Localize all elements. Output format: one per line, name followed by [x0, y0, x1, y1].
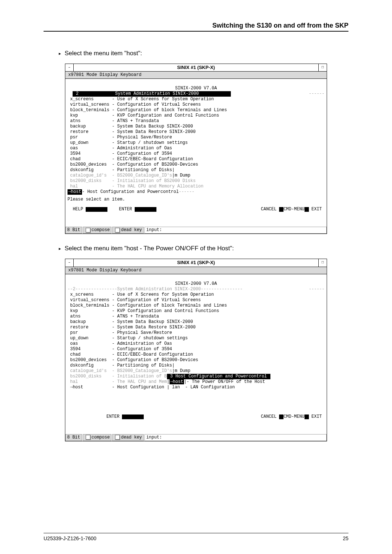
- menu-item[interactable]: chad - ECIC/EBEC-Board Configuration: [68, 352, 324, 357]
- menu-item[interactable]: →host - Host Configuration and Powercont…: [68, 189, 324, 195]
- status-deadkey[interactable]: dead key: [112, 434, 144, 441]
- sinix-window-1: – SINIX #1 (SKP-X) □ x97801 Mode Display…: [65, 64, 327, 234]
- checkbox-icon[interactable]: [115, 435, 120, 440]
- menu-item[interactable]: chad - ECIC/EBEC-Board Configuration: [68, 157, 324, 162]
- menu-item[interactable]: block_terminals - Configuration of block…: [68, 108, 324, 113]
- window-menu-icon[interactable]: –: [65, 259, 74, 266]
- statusbar: 8 Bit compose dead key input:: [65, 434, 327, 441]
- menu-item[interactable]: bs2000_devices - Configuration of BS2000…: [68, 162, 324, 167]
- menu-item[interactable]: bs2000_disks - Initialisation of B 3 Hos…: [68, 374, 324, 379]
- menu-item[interactable]: oas - Administration of Oas: [68, 341, 324, 347]
- sinix-window-2: – SINIX #1 (SKP-X) □ x97801 Mode Display…: [65, 259, 327, 441]
- select-prompt: Please select an item.: [68, 197, 125, 202]
- section-title: Switching the S130 on and off from the S…: [44, 22, 348, 32]
- menu-item[interactable]: backup - System Data Backup SINIX-2000: [68, 319, 324, 325]
- menu-item[interactable]: bs2000_devices - Configuration of BS2000…: [68, 357, 324, 363]
- menu-item[interactable]: up_down - Startup / shutdown settings: [68, 140, 324, 146]
- menu-item[interactable]: restore - System Data Restore SINIX-2000: [68, 325, 324, 330]
- menu-item[interactable]: oas - Administration of Oas: [68, 146, 324, 151]
- menu-item[interactable]: 3594 - Configuration of 3594: [68, 151, 324, 157]
- version-line: SINIX-2000 V7.0A: [68, 281, 324, 287]
- doc-id: U25339-J-Z126-1-7600: [44, 535, 97, 541]
- menu-item[interactable]: virtual_screens - Configuration of Virtu…: [68, 298, 324, 303]
- instruction-2: Select the menu item "host - The Power O…: [58, 245, 348, 252]
- checkbox-icon[interactable]: [86, 435, 90, 440]
- checkbox-icon[interactable]: [115, 228, 120, 232]
- maximize-icon[interactable]: □: [318, 64, 327, 71]
- menu-item[interactable]: →host - Host Configuration | lan - LAN C…: [68, 385, 324, 390]
- menu-item[interactable]: x_screens - Use of X Screens for System …: [68, 97, 324, 102]
- dash-seg: --2----------------: [68, 287, 117, 292]
- help-button[interactable]: HELP: [68, 207, 86, 212]
- checkbox-icon[interactable]: [86, 228, 90, 232]
- enter-button[interactable]: ENTER: [116, 207, 134, 212]
- menu-item[interactable]: backup - System Data Backup SINIX-2000: [68, 124, 324, 129]
- version-line: SINIX-2000 V7.0A: [68, 86, 324, 91]
- cancel-pill: [279, 207, 283, 212]
- status-bit: 8 Bit: [65, 227, 82, 234]
- submenu-item-host[interactable]: →host: [170, 379, 184, 384]
- maximize-icon[interactable]: □: [318, 259, 327, 266]
- help-pill: [86, 207, 107, 212]
- cancel-pill: [279, 415, 283, 419]
- enter-pill: [135, 207, 156, 212]
- menu-item[interactable]: psr - Physical Save/Restore: [68, 135, 324, 140]
- menu-item[interactable]: up_down - Startup / shutdown settings: [68, 336, 324, 341]
- page-number: 25: [343, 535, 348, 541]
- cmd-menu-button[interactable]: CMD-MENU: [283, 414, 305, 420]
- input-field[interactable]: input:: [144, 227, 327, 234]
- menu-item[interactable]: atns - ATNS + Transdata: [68, 314, 324, 319]
- admin-header: 2 System Administration SINIX-2000: [73, 91, 231, 97]
- titlebar: – SINIX #1 (SKP-X) □: [65, 64, 327, 72]
- dash-seg: ----------------: [201, 287, 242, 292]
- cmd-pill: [305, 415, 309, 419]
- statusbar: 8 Bit compose dead key input:: [65, 227, 327, 234]
- menu-item[interactable]: block_terminals - Configuration of block…: [68, 303, 324, 308]
- status-bit: 8 Bit: [65, 434, 82, 441]
- admin-header-faded: System Administration SINIX-2000: [117, 287, 201, 292]
- status-deadkey[interactable]: dead key: [112, 227, 144, 234]
- terminal-area: SINIX-2000 V7.0A--2----------------Syste…: [65, 274, 327, 434]
- enter-pill: [122, 415, 144, 419]
- menu-item[interactable]: psr - Physical Save/Restore: [68, 330, 324, 336]
- menu-item[interactable]: 3594 - Configuration of 3594: [68, 347, 324, 352]
- menu-item[interactable]: bs2000_disks - Initialisation of BS2000 …: [68, 178, 324, 184]
- dash-seg: ------: [309, 91, 324, 97]
- menu-item[interactable]: dskconfig - Partitioning of Disks |: [68, 363, 324, 368]
- menu-item[interactable]: x_screens - Use of X Screens for System …: [68, 292, 324, 298]
- menu-item[interactable]: virtual_screens - Configuration of Virtu…: [68, 102, 324, 108]
- menu-item-host[interactable]: →host: [68, 189, 82, 195]
- menu-item[interactable]: hal - The HAL CPU and Mem|→host|- The Po…: [68, 379, 324, 385]
- menu-item[interactable]: catalogue_id's - BS2000_Catalogue_ID's |…: [68, 368, 324, 374]
- menu-item[interactable]: kvp - KVP Configuration and Control Func…: [68, 308, 324, 314]
- titlebar: – SINIX #1 (SKP-X) □: [65, 259, 327, 267]
- page-footer: U25339-J-Z126-1-7600 25: [44, 533, 348, 541]
- terminal-area: SINIX-2000 V7.0A 2 System Administration…: [65, 79, 327, 227]
- status-compose[interactable]: compose: [83, 227, 111, 234]
- window-title: SINIX #1 (SKP-X): [74, 64, 318, 71]
- submenu-title: 3 Host Configuration and Powercontrol: [167, 374, 270, 379]
- exit-button[interactable]: EXIT: [309, 414, 324, 420]
- window-title: SINIX #1 (SKP-X): [74, 259, 318, 266]
- menubar[interactable]: x97801 Mode Display Keyboard: [65, 72, 327, 79]
- menubar[interactable]: x97801 Mode Display Keyboard: [65, 267, 327, 274]
- enter-button[interactable]: ENTER: [104, 414, 122, 420]
- input-field[interactable]: input:: [144, 434, 327, 441]
- cmd-pill: [305, 207, 309, 212]
- menu-item[interactable]: hal - The HAL CPU and Memory Allocation: [68, 184, 324, 189]
- status-compose[interactable]: compose: [83, 434, 111, 441]
- instruction-1: Select the menu item "host":: [58, 50, 348, 57]
- menu-item[interactable]: restore - System Data Restore SINIX-2000: [68, 129, 324, 135]
- menu-item[interactable]: atns - ATNS + Transdata: [68, 118, 324, 124]
- cancel-button[interactable]: CANCEL: [258, 207, 279, 212]
- dash-seg: ------: [309, 287, 324, 292]
- menu-item[interactable]: kvp - KVP Configuration and Control Func…: [68, 113, 324, 118]
- menu-item[interactable]: dskconfig - Partitioning of Disks |: [68, 167, 324, 173]
- window-menu-icon[interactable]: –: [65, 64, 74, 71]
- exit-button[interactable]: EXIT: [309, 207, 324, 212]
- cmd-menu-button[interactable]: CMD-MENU: [283, 207, 305, 212]
- cancel-button[interactable]: CANCEL: [258, 414, 279, 420]
- menu-item[interactable]: catalogue_id's - BS2000_Catalogue_ID's |…: [68, 173, 324, 178]
